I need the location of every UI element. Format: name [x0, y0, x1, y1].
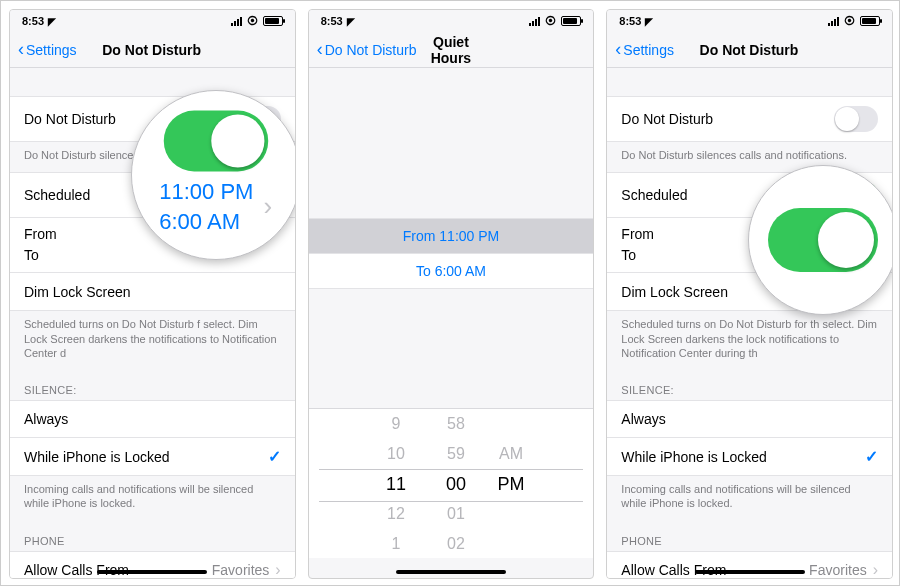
dnd-footer: Do Not Disturb silences calls and notifi… — [607, 142, 892, 172]
phone-header: PHONE — [10, 521, 295, 551]
chevron-left-icon: ‹ — [615, 40, 621, 58]
status-bar: 8:53 ◤ ⦿ — [309, 10, 594, 32]
back-button[interactable]: ‹ Do Not Disturb — [317, 41, 417, 59]
magnified-to-time: 6:00 AM — [159, 207, 253, 237]
nav-bar: ‹ Settings Do Not Disturb — [607, 32, 892, 68]
scheduled-label: Scheduled — [24, 187, 90, 203]
from-time-row[interactable]: From 11:00 PM — [309, 218, 594, 254]
to-time-row[interactable]: To 6:00 AM — [309, 254, 594, 289]
checkmark-icon: ✓ — [865, 447, 878, 466]
chevron-right-icon: › — [275, 561, 280, 578]
from-label: From — [621, 224, 654, 245]
from-label: From — [24, 224, 57, 245]
page-title: Do Not Disturb — [674, 42, 884, 58]
location-icon: ◤ — [347, 16, 355, 27]
wifi-icon: ⦿ — [844, 16, 855, 27]
dnd-toggle[interactable] — [834, 106, 878, 132]
magnified-scheduled-toggle — [163, 111, 268, 172]
magnifier-callout — [748, 165, 893, 315]
status-time: 8:53 — [22, 15, 44, 27]
while-locked-label: While iPhone is Locked — [24, 449, 170, 465]
dim-footer: Scheduled turns on Do Not Disturb for th… — [607, 311, 892, 370]
phone-header: PHONE — [607, 521, 892, 551]
back-label: Do Not Disturb — [325, 42, 417, 58]
chevron-right-icon: › — [263, 189, 272, 224]
cell-signal-icon — [828, 16, 839, 26]
picker-minute-column[interactable]: 57 58 59 00 01 02 03 — [426, 408, 486, 558]
to-label: To — [24, 245, 39, 266]
page-title: Do Not Disturb — [77, 42, 287, 58]
magnifier-callout: 11:00 PM 6:00 AM › — [131, 90, 296, 260]
back-button[interactable]: ‹ Settings — [18, 41, 77, 59]
wifi-icon: ⦿ — [247, 16, 258, 27]
magnified-from-time: 11:00 PM — [159, 177, 253, 207]
silence-always-row[interactable]: Always — [10, 400, 295, 438]
silence-header: SILENCE: — [607, 370, 892, 400]
picker-ampm-column[interactable]: AM PM — [486, 408, 536, 558]
dim-label: Dim Lock Screen — [621, 284, 728, 300]
magnified-dim-toggle — [768, 208, 878, 272]
nav-bar: ‹ Do Not Disturb Quiet Hours — [309, 32, 594, 68]
battery-icon — [561, 16, 581, 26]
screen-quiet-hours: 8:53 ◤ ⦿ ‹ Do Not Disturb Quiet Hours Fr… — [308, 9, 595, 579]
magnified-times: 11:00 PM 6:00 AM › — [159, 177, 272, 236]
back-label: Settings — [26, 42, 77, 58]
status-bar: 8:53 ◤ ⦿ — [607, 10, 892, 32]
back-label: Settings — [623, 42, 674, 58]
dnd-label: Do Not Disturb — [24, 111, 116, 127]
status-time: 8:53 — [321, 15, 343, 27]
checkmark-icon: ✓ — [268, 447, 281, 466]
dim-label: Dim Lock Screen — [24, 284, 131, 300]
status-time: 8:53 — [619, 15, 641, 27]
always-label: Always — [24, 411, 68, 427]
screen-dnd-settings-2: 8:53 ◤ ⦿ ‹ Settings Do Not Disturb Do No… — [606, 9, 893, 579]
battery-icon — [860, 16, 880, 26]
while-locked-label: While iPhone is Locked — [621, 449, 767, 465]
battery-icon — [263, 16, 283, 26]
home-indicator[interactable] — [695, 570, 805, 574]
nav-bar: ‹ Settings Do Not Disturb — [10, 32, 295, 68]
chevron-left-icon: ‹ — [18, 40, 24, 58]
scheduled-label: Scheduled — [621, 187, 687, 203]
silence-always-row[interactable]: Always — [607, 400, 892, 438]
silence-header: SILENCE: — [10, 370, 295, 400]
silence-footer: Incoming calls and notifications will be… — [10, 476, 295, 521]
location-icon: ◤ — [645, 16, 653, 27]
settings-list[interactable]: Do Not Disturb Do Not Disturb silences c… — [607, 68, 892, 578]
silence-while-locked-row[interactable]: While iPhone is Locked ✓ — [607, 438, 892, 476]
location-icon: ◤ — [48, 16, 56, 27]
always-label: Always — [621, 411, 665, 427]
dim-lock-screen-row[interactable]: Dim Lock Screen — [10, 273, 295, 311]
back-button[interactable]: ‹ Settings — [615, 41, 674, 59]
wifi-icon: ⦿ — [545, 16, 556, 27]
cell-signal-icon — [231, 16, 242, 26]
time-picker[interactable]: 8 9 10 11 12 1 2 57 58 59 00 01 02 03 AM… — [309, 408, 594, 558]
silence-footer: Incoming calls and notifications will be… — [607, 476, 892, 521]
allow-calls-value: Favorites — [809, 562, 867, 578]
to-time-label: To 6:00 AM — [416, 263, 486, 279]
to-label: To — [621, 245, 636, 266]
chevron-right-icon: › — [873, 561, 878, 578]
picker-hour-column[interactable]: 8 9 10 11 12 1 2 — [366, 408, 426, 558]
silence-while-locked-row[interactable]: While iPhone is Locked ✓ — [10, 438, 295, 476]
chevron-left-icon: ‹ — [317, 40, 323, 58]
from-time-label: From 11:00 PM — [403, 228, 499, 244]
home-indicator[interactable] — [396, 570, 506, 574]
screen-dnd-settings-1: 8:53 ◤ ⦿ ‹ Settings Do Not Disturb Do No… — [9, 9, 296, 579]
status-bar: 8:53 ◤ ⦿ — [10, 10, 295, 32]
home-indicator[interactable] — [97, 570, 207, 574]
dnd-label: Do Not Disturb — [621, 111, 713, 127]
allow-calls-value: Favorites — [212, 562, 270, 578]
page-title: Quiet Hours — [416, 34, 585, 66]
cell-signal-icon — [529, 16, 540, 26]
dnd-toggle-row[interactable]: Do Not Disturb — [607, 96, 892, 142]
dim-footer: Scheduled turns on Do Not Disturb f sele… — [10, 311, 295, 370]
